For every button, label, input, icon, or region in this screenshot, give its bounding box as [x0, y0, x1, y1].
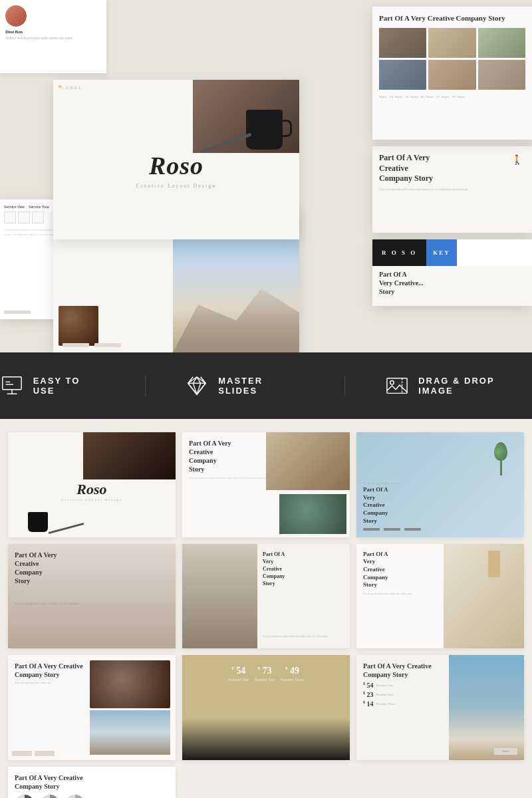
preview-pie: Part Of A Very CreativeCompany Story 81%… — [8, 767, 176, 799]
profile-name: Dini Ben — [5, 29, 101, 35]
svg-rect-0 — [3, 377, 21, 390]
preview-dark-title: Part Of A VeryCreativeCompanyStory — [15, 551, 169, 585]
feature-master-slides: MASTER SLIDES — [186, 374, 305, 398]
preview-pie-charts: 81% Number One 62% Number Two 76% Number… — [15, 795, 169, 799]
company-story-text: Sed ut perspiciatis unde omnis iste natu… — [372, 187, 532, 192]
preview-pricing-cols: $ 54 Number One $ 73 Number Two $ 49 Num… — [189, 662, 343, 682]
preview-pricing-tan: $ 54 Number One $ 73 Number Two $ 49 Num… — [182, 655, 350, 760]
profile-desc: Sedbus nweat pariciatis unde omnis iste … — [5, 36, 101, 41]
roso-bar: R O S O KEY — [372, 239, 532, 266]
slides-grid: Roso Creative Layout Design Part Of A Ve… — [8, 432, 524, 798]
preview-pricing2-img — [449, 655, 524, 760]
preview-story3-mountain — [90, 710, 170, 754]
preview-story3-coffee — [90, 660, 170, 708]
key-label: KEY — [426, 239, 457, 266]
preview-interior-title: Part Of AVeryCreativeCompanyStory — [263, 551, 346, 588]
svg-line-11 — [188, 383, 197, 394]
presentation-icon — [0, 374, 24, 398]
preview-dark-text: Sed ut perspiciatis unde omnis iste natu… — [15, 602, 169, 606]
slide-label: LABEL — [61, 85, 83, 90]
preview-story-1: Part Of A VeryCreativeCompanyStory Sed u… — [182, 432, 350, 537]
preview-cup — [28, 512, 48, 532]
easy-to-use-label: EASY TO USE — [33, 376, 105, 396]
divider-1 — [145, 376, 146, 396]
pie-circle-2: 62% — [40, 795, 60, 799]
image-icon — [385, 374, 409, 398]
preview-story-2: Part Of AVeryCreativeCompanyStory Sed ut… — [356, 544, 524, 649]
preview-pen — [49, 522, 84, 533]
svg-point-16 — [390, 380, 394, 384]
features-bar: EASY TO USE MASTER SLIDES — [0, 352, 532, 419]
preview-roso-sub: Creative Layout Design — [61, 498, 122, 501]
preview-story-img — [266, 432, 350, 490]
preview-roso: Roso Creative Layout Design — [8, 432, 176, 537]
feature-drag-drop: DRAG & DROP IMAGE — [385, 374, 532, 398]
pie-circle-1: 81% — [15, 795, 35, 799]
photo-grid — [372, 25, 532, 92]
main-roso-slide: LABEL Roso Creative Layout Design " — [53, 80, 299, 239]
preview-blue: Sed ut perspiciatis Part Of AVeryCreativ… — [356, 432, 524, 537]
diamond-icon — [186, 374, 209, 398]
company-story-title: Part Of A VeryCreativeCompany Story — [372, 146, 532, 187]
slides-grid-section: Roso Creative Layout Design Part Of A Ve… — [0, 419, 532, 798]
preview-dark: Part Of A VeryCreativeCompanyStory " " S… — [8, 544, 176, 649]
coffee-box — [59, 306, 98, 346]
preview-interior: Part Of AVeryCreativeCompanyStory Sed ut… — [182, 544, 350, 649]
roso-key-title: Part Of AVery Creative...Story — [372, 266, 532, 300]
preview-blue-title: Part Of AVeryCreativeCompanyStory — [363, 486, 517, 525]
preview-story2-img — [444, 544, 524, 649]
avatar — [5, 5, 27, 27]
drag-drop-label: DRAG & DROP IMAGE — [418, 376, 532, 396]
main-title: Roso — [136, 151, 216, 180]
preview-dark-quote: " " — [15, 589, 169, 600]
preview-pie-title: Part Of A Very CreativeCompany Story — [15, 773, 169, 791]
right-top-title: Part Of A Very Creative Company Story — [372, 7, 532, 25]
pie-circle-3: 76% — [65, 795, 85, 799]
roso-label: R O S O — [372, 239, 426, 266]
right-top-slide: Part Of A Very Creative Company Story Na… — [372, 7, 532, 140]
preview-interior-text: Sed ut perspiciatis unde omnis iste natu… — [263, 634, 346, 638]
profile-card: Dini Ben Sedbus nweat pariciatis unde om… — [0, 0, 106, 73]
collage-section: Dini Ben Sedbus nweat pariciatis unde om… — [0, 0, 532, 352]
pencil-shape — [201, 132, 252, 153]
roso-key-slide: R O S O KEY Part Of AVery Creative...Sto… — [372, 239, 532, 306]
preview-pricing-mountain — [182, 718, 350, 760]
person-icon: 🚶 — [511, 154, 523, 166]
main-subtitle: Creative Layout Design — [136, 183, 216, 189]
svg-line-12 — [197, 383, 205, 394]
master-slides-label: MASTER SLIDES — [218, 376, 305, 396]
preview-story-3: Part Of A Very CreativeCompany Story Sed… — [8, 655, 176, 760]
preview-roso-image — [83, 432, 176, 479]
preview-story-img2 — [279, 494, 346, 534]
preview-pricing-2: Part Of A Very CreativeCompany Story $ 5… — [356, 655, 524, 760]
feature-easy-to-use: EASY TO USE — [0, 374, 105, 398]
preview-roso-title: Roso — [61, 481, 122, 498]
company-story-slide: Part Of A VeryCreativeCompany Story Sed … — [372, 146, 532, 233]
cup-shape — [246, 110, 283, 150]
slide-image — [193, 80, 299, 153]
preview-pricing2-btn: Details — [494, 748, 517, 755]
name-labels: Name 04. Name 05. Name 06. Name 07. Name… — [372, 92, 532, 101]
svg-rect-15 — [387, 378, 407, 394]
divider-2 — [344, 376, 345, 396]
preview-plant — [491, 439, 511, 475]
preview-interior-img — [182, 544, 257, 649]
